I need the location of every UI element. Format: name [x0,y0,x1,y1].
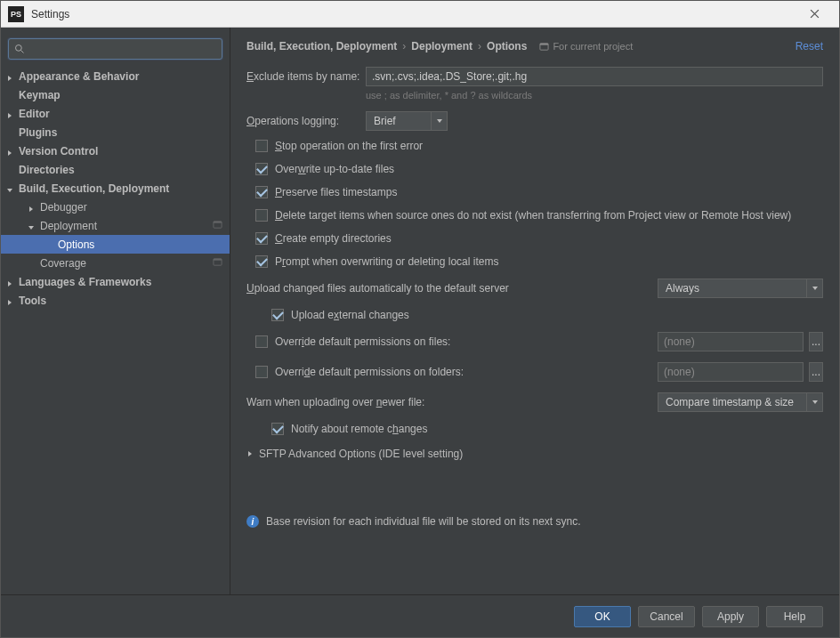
crumb-0: Build, Execution, Deployment [246,40,397,52]
override-file-perm-input[interactable] [658,332,804,351]
tree-item-label: Editor [19,108,50,120]
create-empty-dirs-label: Create empty directories [275,232,392,245]
dialog-footer: OK Cancel Apply Help [1,594,839,637]
svg-line-1 [21,51,24,53]
search-input[interactable] [28,43,216,55]
close-button[interactable] [796,1,832,28]
notify-remote-label: Notify about remote changes [291,423,427,435]
preserve-timestamps-checkbox[interactable] [255,186,268,198]
exclude-row: Exclude items by name: [246,67,823,86]
override-file-perm-label: Override default permissions on files: [275,335,450,348]
crumb-sep: › [478,40,481,52]
info-text: Base revision for each individual file w… [266,515,581,528]
tree-item[interactable]: Tools [1,291,230,310]
tree-item-label: Version Control [19,145,98,157]
upload-external-row: Upload external changes [271,309,823,321]
ops-logging-row: Operations logging: Brief [246,111,823,131]
override-file-perm-checkbox[interactable] [255,335,268,348]
tree-arrow-icon [6,147,15,156]
tree-item-label: Appearance & Behavior [19,70,139,83]
upload-auto-label: Upload changed files automatically to th… [246,282,509,295]
warn-newer-label: Warn when uploading over newer file: [246,396,424,408]
tree-item[interactable]: Options [1,235,230,254]
settings-tree: Appearance & BehaviorKeymapEditorPlugins… [1,67,230,594]
ops-logging-label: Operations logging: [246,115,366,127]
upload-auto-row: Upload changed files automatically to th… [246,279,823,298]
chevron-down-icon [812,285,819,292]
prompt-overwrite-label: Prompt when overwriting or deleting loca… [275,255,498,268]
tree-item-label: Deployment [40,220,97,232]
tree-item-label: Options [58,238,94,251]
override-file-perm-browse[interactable]: ... [809,332,823,351]
tree-arrow-icon [28,203,36,212]
tree-item-label: Debugger [40,201,87,214]
tree-item[interactable]: Deployment [1,216,230,235]
chevron-right-icon [246,450,254,457]
ops-logging-select[interactable]: Brief [366,111,448,131]
tree-arrow-icon [28,222,36,230]
tree-arrow-icon [6,184,15,193]
notify-remote-checkbox[interactable] [271,423,284,435]
search-box[interactable] [8,38,222,60]
upload-auto-select[interactable]: Always [658,279,823,298]
close-icon [810,9,820,19]
overwrite-uptodate-checkbox[interactable] [255,163,268,175]
tree-item[interactable]: Debugger [1,198,230,216]
notify-remote-row: Notify about remote changes [271,423,823,435]
stop-on-error-checkbox[interactable] [255,140,268,152]
project-scope-icon [539,42,549,52]
tree-item[interactable]: Appearance & Behavior [1,67,230,85]
tree-item[interactable]: Version Control [1,141,230,160]
upload-external-label: Upload external changes [291,309,409,321]
create-empty-dirs-row: Create empty directories [255,232,823,245]
create-empty-dirs-checkbox[interactable] [255,232,268,245]
window-title: Settings [31,8,69,20]
main-panel: Build, Execution, Deployment › Deploymen… [230,28,839,594]
tree-arrow-icon [6,109,15,118]
delete-target-row: Delete target items when source ones do … [255,209,823,222]
crumb-scope-tag: For current project [539,41,633,52]
upload-external-checkbox[interactable] [271,309,284,321]
crumb-1: Deployment [411,40,472,52]
chevron-down-icon [436,117,443,125]
options-form: Exclude items by name: use ; as delimite… [246,67,823,587]
override-folder-perm-browse[interactable]: ... [809,362,823,382]
preserve-timestamps-label: Preserve files timestamps [275,186,397,198]
help-button[interactable]: Help [766,606,823,627]
ok-button[interactable]: OK [574,606,631,627]
apply-button[interactable]: Apply [702,606,759,627]
prompt-overwrite-checkbox[interactable] [255,255,268,268]
reset-link[interactable]: Reset [796,40,823,52]
warn-newer-select[interactable]: Compare timestamp & size [658,392,823,412]
tree-item[interactable]: Build, Execution, Deployment [1,179,230,198]
prompt-overwrite-row: Prompt when overwriting or deleting loca… [255,255,823,268]
crumb-sep: › [402,40,406,52]
tree-arrow-icon [6,296,15,305]
override-folder-perm-checkbox[interactable] [255,366,268,378]
tree-item[interactable]: Languages & Frameworks [1,272,230,291]
tree-item[interactable]: Plugins [1,123,230,141]
exclude-input[interactable] [366,67,823,86]
delete-target-checkbox[interactable] [255,209,268,222]
tree-arrow-icon [6,278,15,287]
info-icon: i [246,515,259,528]
override-folder-perm-input[interactable] [658,362,804,382]
tree-item-label: Coverage [40,257,86,270]
tree-item[interactable]: Editor [1,104,230,123]
tree-item-label: Build, Execution, Deployment [19,182,169,195]
tree-item[interactable]: Directories [1,160,230,179]
sftp-advanced-section[interactable]: SFTP Advanced Options (IDE level setting… [246,448,823,460]
stop-on-error-label: Stop operation on the first error [275,140,423,152]
breadcrumb-row: Build, Execution, Deployment › Deploymen… [246,40,823,52]
settings-window: PS Settings Appearance & BehaviorKeymapE… [0,0,840,638]
tree-item-label: Keymap [19,89,61,101]
overwrite-uptodate-row: Overwrite up-to-date files [255,163,823,175]
tree-item[interactable]: Keymap [1,85,230,104]
override-folder-perm-row: Override default permissions on folders:… [255,362,823,382]
svg-rect-5 [214,258,222,260]
stop-on-error-row: Stop operation on the first error [255,140,823,152]
tree-arrow-icon [6,72,15,81]
tree-item[interactable]: Coverage [1,254,230,272]
cancel-button[interactable]: Cancel [638,606,695,627]
delete-target-label: Delete target items when source ones do … [275,209,791,222]
